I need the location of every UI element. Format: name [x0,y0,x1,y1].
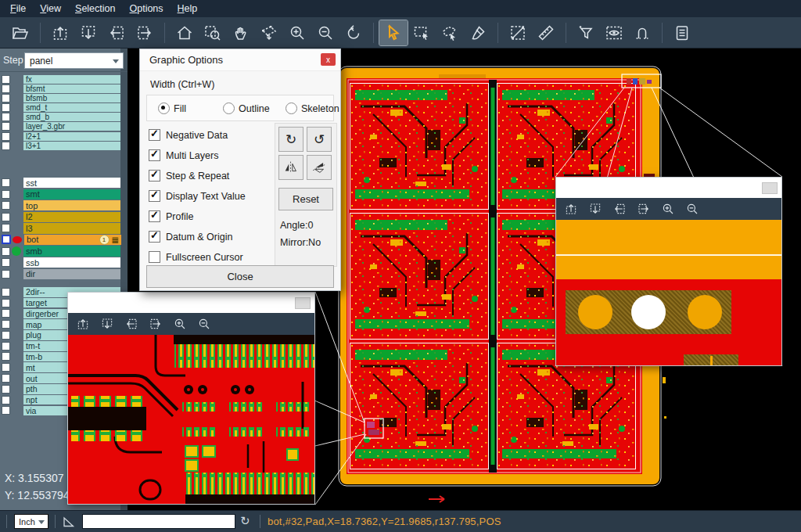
layer-row-fx[interactable]: fx [0,75,128,84]
unit-select[interactable]: Inch [14,514,48,529]
checkbox-step-repeat[interactable]: Step & Repeat [149,170,229,182]
menu-selection[interactable]: Selection [68,1,122,16]
rotate-cw-button[interactable]: ↻ [278,127,304,152]
layer-visibility-checkbox[interactable] [2,113,10,121]
tool-open-file[interactable] [6,20,34,45]
layer-visibility-checkbox[interactable] [2,352,10,361]
tool-filter[interactable] [572,20,600,45]
grid-icon[interactable]: ▦ [112,235,119,244]
layer-visibility-checkbox[interactable] [2,122,10,131]
layer-row-smt[interactable]: smt [0,189,128,200]
layer-visibility-checkbox[interactable] [2,224,10,232]
tool-measure-points[interactable] [504,20,532,45]
tool-zoom-out[interactable] [311,20,339,45]
layer-visibility-checkbox[interactable] [2,103,10,112]
tool-import-left[interactable] [102,20,131,45]
radio-outline[interactable]: Outline [223,102,270,114]
layer-visibility-checkbox[interactable] [2,309,10,318]
tool-zoom-previous[interactable] [339,20,368,45]
layer-visibility-checkbox[interactable] [2,270,10,279]
layer-visibility-checkbox[interactable] [2,288,10,297]
popup-zoom-view[interactable] [68,335,314,504]
tool-select-polygon[interactable] [436,20,464,45]
refresh-icon[interactable]: ↻ [240,514,250,528]
layer-visibility-checkbox[interactable] [2,213,10,221]
layer-visibility-checkbox[interactable] [2,75,10,84]
layer-row-l3plus1[interactable]: l3+1 [0,142,128,150]
checkbox-multi-layers[interactable]: Multi Layers [149,149,218,161]
tool-import-down[interactable] [74,20,102,45]
arrow-up-box-icon[interactable] [76,317,90,331]
zoom-in-icon[interactable] [173,317,187,331]
close-button[interactable]: Close [146,265,334,288]
tool-zoom-object[interactable] [255,20,283,45]
layer-visibility-checkbox[interactable] [2,142,10,150]
layer-row-smd_t[interactable]: smd_t [0,103,128,112]
menu-view[interactable]: View [33,1,68,16]
arrow-down-box-icon[interactable] [588,202,602,216]
layer-row-bfsmb[interactable]: bfsmb [0,94,128,102]
tool-select[interactable] [379,20,408,45]
layer-row-bot-active[interactable]: bot 1 ▦ [0,235,128,245]
layer-visibility-checkbox[interactable] [2,84,10,93]
checkbox-display-text-value[interactable]: Display Text Value [149,190,246,202]
menu-options[interactable]: Options [122,1,170,16]
layer-row-sst[interactable]: sst [0,178,128,188]
layer-row-bfsmt[interactable]: bfsmt [0,84,128,93]
layer-visibility-checkbox[interactable] [2,320,10,329]
layer-row-layer3gbr[interactable]: layer_3.gbr [0,122,128,131]
tool-zoom-in[interactable] [283,20,311,45]
popup-zoom-view[interactable] [556,220,781,365]
layer-row-smb[interactable]: smb [0,246,128,256]
layer-visibility-checkbox[interactable] [2,247,10,256]
arrow-left-box-icon[interactable] [612,202,627,216]
menu-help[interactable]: Help [171,1,205,16]
tool-import-right[interactable] [131,20,159,45]
dialog-close-icon[interactable]: x [321,53,336,66]
reset-button[interactable]: Reset [278,188,333,210]
arrow-right-box-icon[interactable] [637,202,651,216]
step-select[interactable]: panel [24,52,124,69]
layer-visibility-checkbox[interactable] [2,342,10,350]
tool-measure-ruler[interactable] [532,20,560,45]
popup-title-bar[interactable] [68,293,314,313]
zoom-out-icon[interactable] [197,317,211,331]
zoom-in-icon[interactable] [661,202,675,216]
command-input[interactable] [82,514,235,529]
layer-visibility-checkbox[interactable] [2,132,10,141]
tool-snap[interactable] [628,20,656,45]
arrow-left-box-icon[interactable] [124,317,138,331]
layer-row-dir[interactable]: dir [0,269,128,279]
layer-visibility-checkbox[interactable] [2,201,10,210]
popup-title-bar[interactable] [556,178,781,198]
tool-view-options[interactable] [600,20,628,45]
layer-visibility-checkbox[interactable] [2,299,10,307]
layer-visibility-checkbox[interactable] [2,258,10,267]
radio-fill[interactable]: Fill [158,102,186,114]
checkbox-profile[interactable]: Profile [149,210,193,222]
layer-visibility-checkbox[interactable] [2,235,11,244]
tool-select-window[interactable] [408,20,436,45]
layer-row-l2plus1[interactable]: l2+1 [0,132,128,141]
arrow-right-box-icon[interactable] [149,317,163,331]
popup-window-button[interactable] [762,182,778,194]
layer-row-ssb[interactable]: ssb [0,257,128,268]
layer-row-top[interactable]: top [0,200,128,210]
zoom-out-icon[interactable] [685,202,699,216]
layer-visibility-checkbox[interactable] [2,406,10,415]
rotate-ccw-button[interactable]: ↺ [307,127,332,152]
tool-highlight-brush[interactable] [464,20,492,45]
tool-import-up[interactable] [46,20,74,45]
tool-report[interactable] [668,20,696,45]
layer-visibility-checkbox[interactable] [2,396,10,404]
arrow-down-box-icon[interactable] [100,317,114,331]
mirror-vertical-button[interactable] [307,155,332,180]
layer-visibility-checkbox[interactable] [2,94,10,102]
layer-row-smd_b[interactable]: smd_b [0,113,128,121]
angle-mode-icon[interactable] [63,516,75,528]
popup-window-button[interactable] [295,297,311,309]
arrow-up-box-icon[interactable] [564,202,578,216]
layer-visibility-checkbox[interactable] [2,363,10,372]
tool-pan[interactable] [227,20,255,45]
checkbox-datum-origin[interactable]: Datum & Origin [149,231,232,243]
